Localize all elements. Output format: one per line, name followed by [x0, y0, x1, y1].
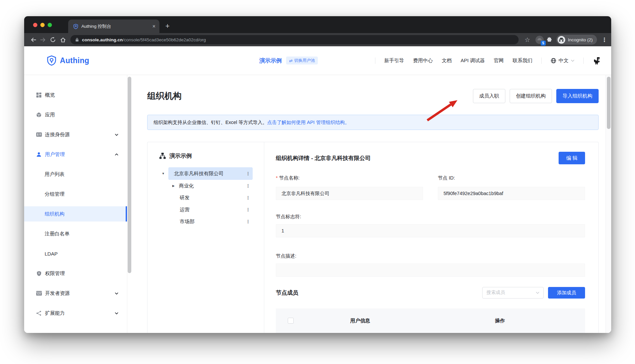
- sidebar-item-identity-sources[interactable]: 连接身份源: [24, 127, 127, 142]
- browser-toolbar: console.authing.cn/console/5f45cad3ece50…: [24, 33, 611, 46]
- nav-billing[interactable]: 费用中心: [413, 58, 433, 64]
- nav-onboarding[interactable]: 新手引导: [384, 58, 404, 64]
- col-actions: 操作: [415, 318, 585, 324]
- authing-logo[interactable]: Authing: [46, 55, 89, 66]
- chevron-down-icon: [115, 292, 118, 295]
- authing-favicon: [73, 24, 78, 29]
- tree-node[interactable]: 运营 ⋮: [159, 204, 264, 216]
- incognito-badge[interactable]: Incognito (2): [556, 35, 597, 45]
- org-tree-icon: [159, 152, 166, 159]
- node-desc-field[interactable]: [276, 263, 585, 277]
- sidebar-item-extensions[interactable]: 扩展能力: [24, 305, 127, 321]
- sidebar-item-group-management[interactable]: 分组管理: [24, 186, 127, 202]
- nav-api-debugger[interactable]: API 调试器: [461, 58, 485, 64]
- banner-link[interactable]: 点击了解如何使用 API 管理组织结构。: [267, 119, 350, 126]
- sidebar-item-label: 注册白名单: [45, 231, 69, 237]
- node-code-field[interactable]: 1: [276, 224, 585, 237]
- tree-node[interactable]: 研发 ⋮: [159, 192, 264, 204]
- create-org-button[interactable]: 创建组织机构: [510, 89, 552, 103]
- language-label: 中文: [559, 58, 569, 64]
- tree-node-root[interactable]: ▼ 北京非凡科技有限公司 ⋮: [159, 167, 264, 180]
- sidebar-item-user-management[interactable]: 用户管理: [24, 147, 127, 162]
- org-card: 演示示例 ▼ 北京非凡科技有限公司 ⋮ ▶ 商业化 ⋮: [147, 142, 599, 333]
- sidebar-item-permissions[interactable]: 权限管理: [24, 266, 127, 281]
- caret-down-icon[interactable]: ▼: [162, 172, 168, 175]
- sidebar-item-label: 扩展能力: [45, 310, 65, 316]
- sidebar-item-developer-resources[interactable]: 开发者资源: [24, 286, 127, 301]
- authing-shield-icon: [46, 55, 57, 66]
- dino-avatar-icon[interactable]: [593, 57, 600, 64]
- edit-button[interactable]: 编 辑: [559, 152, 585, 164]
- code-window-icon: [36, 291, 42, 296]
- sidebar-item-label: 权限管理: [45, 270, 65, 277]
- dashboard-grid-icon: [36, 92, 42, 98]
- page-scrollbar-thumb[interactable]: [607, 77, 611, 129]
- tab-strip: Authing 控制台 × +: [24, 16, 611, 33]
- add-member-button[interactable]: 添加成员: [548, 287, 585, 299]
- tree-node-selected[interactable]: 北京非凡科技有限公司: [168, 167, 253, 180]
- tree-node[interactable]: 市场部 ⋮: [159, 216, 264, 227]
- forward-icon[interactable]: [38, 35, 48, 45]
- sidebar-item-organization[interactable]: 组织机构: [24, 206, 127, 222]
- required-asterisk: *: [276, 175, 278, 181]
- node-menu-icon[interactable]: ⋮: [246, 207, 250, 212]
- sidebar-item-whitelist[interactable]: 注册白名单: [24, 226, 127, 241]
- new-tab-button[interactable]: +: [165, 22, 170, 30]
- page-scrollbar-track[interactable]: [606, 75, 611, 333]
- node-menu-icon[interactable]: ⋮: [246, 195, 250, 200]
- switch-userpool-button[interactable]: ⇄切换用户池: [286, 57, 318, 64]
- sidebar-item-user-list[interactable]: 用户列表: [24, 167, 127, 182]
- nav-contact[interactable]: 联系我们: [513, 58, 532, 64]
- node-desc-label: 节点描述:: [276, 253, 585, 260]
- profile-icon[interactable]: 5: [535, 36, 544, 44]
- userpool-name[interactable]: 演示示例: [259, 57, 282, 64]
- node-menu-icon[interactable]: ⋮: [246, 171, 250, 176]
- nav-website[interactable]: 官网: [494, 58, 504, 64]
- bookmark-star-icon[interactable]: ☆: [525, 36, 530, 44]
- extensions-puzzle-icon[interactable]: [546, 36, 553, 43]
- col-user-info: 用户信息: [306, 318, 415, 324]
- browser-menu-icon[interactable]: ⋮: [602, 36, 607, 43]
- node-id-field[interactable]: 5f90fe7492e29a0bac1b9baf: [438, 187, 585, 200]
- org-tree: ▼ 北京非凡科技有限公司 ⋮ ▶ 商业化 ⋮ 研发 ⋮: [159, 167, 264, 227]
- sidebar-scrollbar[interactable]: [128, 77, 131, 273]
- sidebar-item-ldap[interactable]: LDAP: [24, 246, 127, 261]
- extension-badge: 5: [541, 41, 546, 46]
- url-bar[interactable]: console.authing.cn/console/5f45cad3ece50…: [70, 35, 519, 44]
- language-selector[interactable]: 中文: [551, 58, 574, 64]
- browser-tab[interactable]: Authing 控制台 ×: [68, 20, 159, 33]
- node-name-label: *节点名称:: [276, 175, 423, 182]
- back-icon[interactable]: [28, 35, 38, 45]
- import-org-button[interactable]: 导入组织机构: [556, 89, 599, 103]
- tab-close-icon[interactable]: ×: [152, 24, 155, 29]
- url-host: console.authing.cn: [82, 37, 123, 42]
- switch-userpool-label: 切换用户池: [294, 58, 315, 63]
- node-name-field[interactable]: 北京非凡科技有限公司: [276, 187, 423, 200]
- sidebar-item-applications[interactable]: 应用: [24, 107, 127, 122]
- caret-right-icon[interactable]: ▶: [172, 184, 179, 187]
- id-card-icon: [36, 132, 42, 137]
- switch-arrows-icon: ⇄: [289, 58, 292, 63]
- home-icon[interactable]: [58, 35, 68, 45]
- members-table-header: 用户信息 操作: [276, 308, 585, 333]
- member-onboarding-button[interactable]: 成员入职: [473, 89, 505, 103]
- node-menu-icon[interactable]: ⋮: [246, 219, 250, 224]
- sidebar-item-overview[interactable]: 概览: [24, 87, 127, 102]
- close-window-button[interactable]: [33, 23, 37, 27]
- incognito-icon: [558, 36, 565, 44]
- zoom-window-button[interactable]: [48, 23, 52, 27]
- tree-node[interactable]: ▶ 商业化 ⋮: [159, 180, 264, 192]
- app-header: Authing 演示示例 ⇄切换用户池 新手引导 费用中心 文档 API 调试器…: [24, 46, 611, 75]
- search-members-select[interactable]: 搜索成员: [482, 287, 544, 299]
- node-id-label: 节点 ID:: [438, 175, 585, 182]
- chevron-up-icon: [115, 153, 118, 156]
- node-menu-icon[interactable]: ⋮: [246, 183, 250, 188]
- select-all-checkbox[interactable]: [288, 318, 294, 324]
- minimize-window-button[interactable]: [40, 23, 45, 27]
- sidebar-item-label: LDAP: [45, 251, 58, 257]
- nav-docs[interactable]: 文档: [442, 58, 452, 64]
- incognito-label: Incognito (2): [568, 37, 593, 42]
- org-tree-panel: 演示示例 ▼ 北京非凡科技有限公司 ⋮ ▶ 商业化 ⋮: [148, 142, 264, 333]
- reload-icon[interactable]: [48, 35, 58, 45]
- sidebar-item-label: 应用: [45, 112, 55, 118]
